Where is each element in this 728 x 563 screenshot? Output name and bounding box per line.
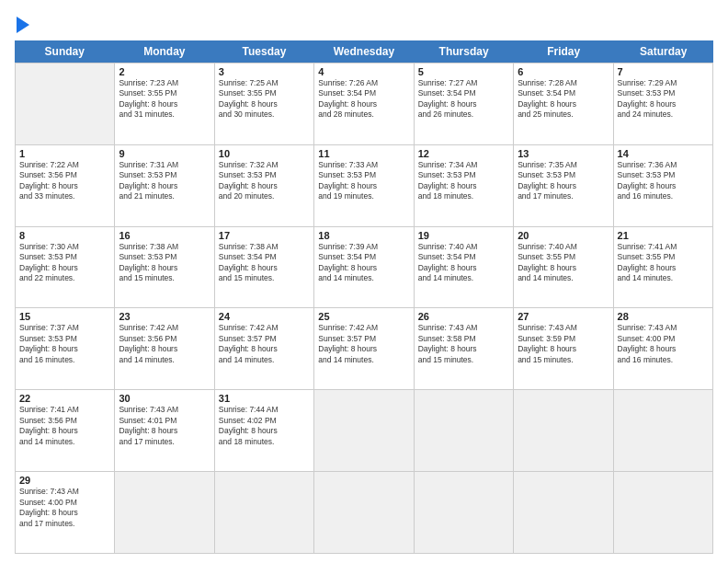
day-number: 1 xyxy=(19,148,110,159)
calendar-cell xyxy=(514,472,613,553)
sunrise-text: Sunrise: 7:40 AM xyxy=(418,242,509,252)
day-number: 7 xyxy=(618,66,709,77)
and-text: and 14 minutes. xyxy=(518,273,609,283)
sunrise-text: Sunrise: 7:35 AM xyxy=(518,160,609,170)
sunset-text: Sunset: 3:57 PM xyxy=(219,334,310,344)
day-header-monday: Monday xyxy=(115,40,215,63)
logo-arrow-icon xyxy=(17,17,29,33)
calendar-cell: 10 Sunrise: 7:32 AM Sunset: 3:53 PM Dayl… xyxy=(215,145,314,226)
daylight-text: Daylight: 8 hours xyxy=(19,508,110,518)
daylight-text: Daylight: 8 hours xyxy=(219,181,310,191)
day-number: 20 xyxy=(518,230,609,241)
and-text: and 16 minutes. xyxy=(618,355,709,365)
calendar-cell: 18 Sunrise: 7:39 AM Sunset: 3:54 PM Dayl… xyxy=(314,227,414,308)
day-number: 2 xyxy=(119,66,210,77)
sunset-text: Sunset: 3:53 PM xyxy=(318,170,409,180)
sunset-text: Sunset: 3:54 PM xyxy=(318,252,409,262)
sunset-text: Sunset: 3:54 PM xyxy=(518,88,609,98)
and-text: and 17 minutes. xyxy=(19,519,110,529)
sunrise-text: Sunrise: 7:31 AM xyxy=(119,160,210,170)
and-text: and 28 minutes. xyxy=(318,109,409,120)
and-text: and 22 minutes. xyxy=(19,273,110,283)
day-number: 14 xyxy=(618,148,709,159)
daylight-text: Daylight: 8 hours xyxy=(318,99,409,109)
and-text: and 17 minutes. xyxy=(518,191,609,201)
calendar-cell: 20 Sunrise: 7:40 AM Sunset: 3:55 PM Dayl… xyxy=(514,227,613,308)
sunrise-text: Sunrise: 7:42 AM xyxy=(119,323,210,333)
calendar-cell: 4 Sunrise: 7:26 AM Sunset: 3:54 PM Dayli… xyxy=(314,63,414,144)
calendar-body: 2 Sunrise: 7:23 AM Sunset: 3:55 PM Dayli… xyxy=(15,63,713,554)
calendar-cell xyxy=(614,472,713,553)
calendar-cell: 26 Sunrise: 7:43 AM Sunset: 3:58 PM Dayl… xyxy=(415,308,514,389)
day-number: 16 xyxy=(119,230,210,241)
calendar-cell: 22 Sunrise: 7:41 AM Sunset: 3:56 PM Dayl… xyxy=(16,390,115,471)
daylight-text: Daylight: 8 hours xyxy=(418,181,509,191)
calendar-cell: 13 Sunrise: 7:35 AM Sunset: 3:53 PM Dayl… xyxy=(514,145,613,226)
sunset-text: Sunset: 3:55 PM xyxy=(219,88,310,98)
and-text: and 26 minutes. xyxy=(418,109,509,120)
daylight-text: Daylight: 8 hours xyxy=(119,344,210,354)
calendar-cell: 1 Sunrise: 7:22 AM Sunset: 3:56 PM Dayli… xyxy=(16,145,115,226)
sunrise-text: Sunrise: 7:34 AM xyxy=(418,160,509,170)
and-text: and 24 minutes. xyxy=(618,109,709,120)
day-header-wednesday: Wednesday xyxy=(314,40,415,63)
calendar-cell: 23 Sunrise: 7:42 AM Sunset: 3:56 PM Dayl… xyxy=(115,308,214,389)
and-text: and 15 minutes. xyxy=(418,355,509,365)
sunrise-text: Sunrise: 7:40 AM xyxy=(518,242,609,252)
daylight-text: Daylight: 8 hours xyxy=(19,426,110,436)
day-number: 23 xyxy=(119,311,210,322)
sunrise-text: Sunrise: 7:42 AM xyxy=(219,323,310,333)
sunrise-text: Sunrise: 7:30 AM xyxy=(19,242,110,252)
daylight-text: Daylight: 8 hours xyxy=(219,344,310,354)
and-text: and 15 minutes. xyxy=(518,355,609,365)
daylight-text: Daylight: 8 hours xyxy=(219,263,310,273)
calendar-cell: 28 Sunrise: 7:43 AM Sunset: 4:00 PM Dayl… xyxy=(614,308,713,389)
calendar-cell: 27 Sunrise: 7:43 AM Sunset: 3:59 PM Dayl… xyxy=(514,308,613,389)
calendar: SundayMondayTuesdayWednesdayThursdayFrid… xyxy=(15,40,713,554)
sunrise-text: Sunrise: 7:36 AM xyxy=(618,160,709,170)
calendar-row-0: 2 Sunrise: 7:23 AM Sunset: 3:55 PM Dayli… xyxy=(15,63,713,144)
daylight-text: Daylight: 8 hours xyxy=(418,263,509,273)
sunset-text: Sunset: 3:56 PM xyxy=(119,334,210,344)
and-text: and 21 minutes. xyxy=(119,191,210,201)
day-header-friday: Friday xyxy=(514,40,614,63)
day-number: 12 xyxy=(418,148,509,159)
day-number: 25 xyxy=(318,311,409,322)
sunrise-text: Sunrise: 7:37 AM xyxy=(19,323,110,333)
daylight-text: Daylight: 8 hours xyxy=(219,99,310,109)
calendar-cell: 11 Sunrise: 7:33 AM Sunset: 3:53 PM Dayl… xyxy=(314,145,414,226)
sunrise-text: Sunrise: 7:42 AM xyxy=(318,323,409,333)
daylight-text: Daylight: 8 hours xyxy=(318,344,409,354)
calendar-cell xyxy=(314,472,414,553)
sunrise-text: Sunrise: 7:41 AM xyxy=(19,405,110,415)
sunset-text: Sunset: 3:53 PM xyxy=(119,252,210,262)
and-text: and 31 minutes. xyxy=(119,109,210,120)
sunset-text: Sunset: 3:53 PM xyxy=(618,88,709,98)
sunset-text: Sunset: 3:54 PM xyxy=(318,88,409,98)
daylight-text: Daylight: 8 hours xyxy=(618,263,709,273)
calendar-cell: 7 Sunrise: 7:29 AM Sunset: 3:53 PM Dayli… xyxy=(614,63,713,144)
calendar-cell: 21 Sunrise: 7:41 AM Sunset: 3:55 PM Dayl… xyxy=(614,227,713,308)
calendar-cell: 19 Sunrise: 7:40 AM Sunset: 3:54 PM Dayl… xyxy=(415,227,514,308)
daylight-text: Daylight: 8 hours xyxy=(219,426,310,436)
calendar-cell xyxy=(16,63,115,144)
daylight-text: Daylight: 8 hours xyxy=(518,181,609,191)
day-header-thursday: Thursday xyxy=(414,40,514,63)
and-text: and 14 minutes. xyxy=(219,355,310,365)
and-text: and 14 minutes. xyxy=(618,273,709,283)
calendar-cell xyxy=(115,472,214,553)
sunset-text: Sunset: 3:59 PM xyxy=(518,334,609,344)
calendar-cell xyxy=(415,390,514,471)
calendar-row-2: 8 Sunrise: 7:30 AM Sunset: 3:53 PM Dayli… xyxy=(15,226,713,308)
day-number: 15 xyxy=(19,311,110,322)
sunrise-text: Sunrise: 7:41 AM xyxy=(618,242,709,252)
sunset-text: Sunset: 3:53 PM xyxy=(618,170,709,180)
calendar-cell: 25 Sunrise: 7:42 AM Sunset: 3:57 PM Dayl… xyxy=(314,308,414,389)
day-number: 11 xyxy=(318,148,409,159)
sunrise-text: Sunrise: 7:29 AM xyxy=(618,78,709,88)
daylight-text: Daylight: 8 hours xyxy=(618,181,709,191)
sunrise-text: Sunrise: 7:43 AM xyxy=(518,323,609,333)
daylight-text: Daylight: 8 hours xyxy=(19,181,110,191)
calendar-cell: 16 Sunrise: 7:38 AM Sunset: 3:53 PM Dayl… xyxy=(115,227,214,308)
and-text: and 15 minutes. xyxy=(119,273,210,283)
